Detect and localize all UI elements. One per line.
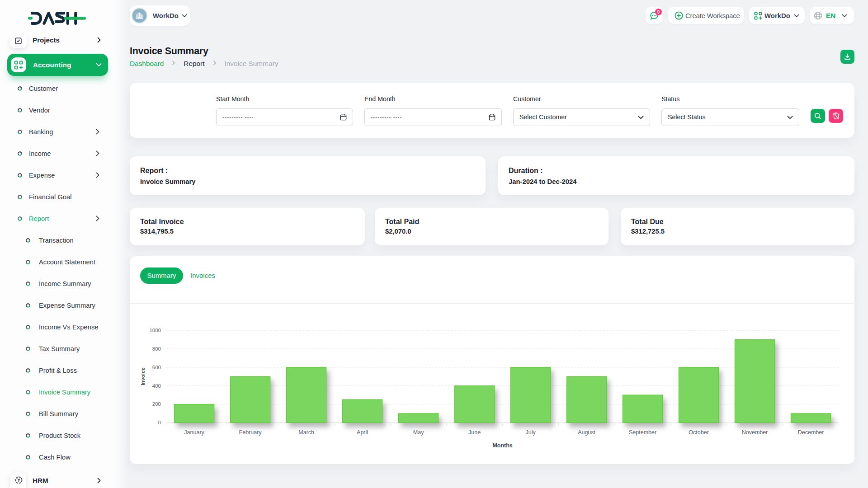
svg-text:600: 600 [152,365,161,370]
svg-text:200: 200 [152,401,161,407]
svg-text:June: June [468,429,481,436]
svg-text:October: October [689,429,708,436]
svg-text:400: 400 [152,383,161,389]
svg-text:May: May [413,429,424,436]
svg-text:April: April [357,429,368,436]
svg-text:July: July [525,429,536,436]
svg-text:November: November [742,429,768,436]
svg-text:March: March [298,429,314,436]
svg-text:August: August [578,429,595,436]
svg-text:September: September [629,429,656,436]
svg-text:800: 800 [152,346,161,352]
svg-text:1000: 1000 [149,328,161,333]
svg-text:January: January [184,429,204,436]
svg-text:December: December [798,429,824,436]
svg-text:Invoice: Invoice [140,367,146,385]
svg-text:Months: Months [492,442,512,449]
svg-text:February: February [239,429,262,436]
svg-text:0: 0 [158,420,161,425]
